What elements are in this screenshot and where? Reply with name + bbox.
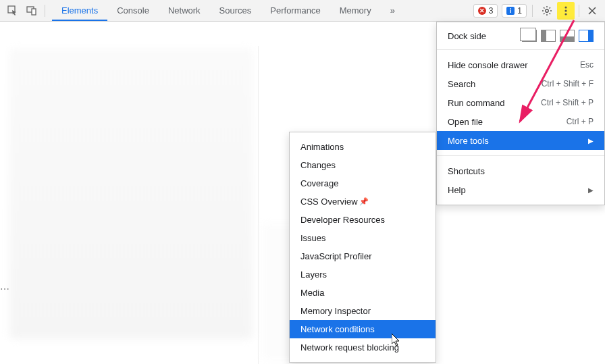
svg-point-6 <box>564 13 567 15</box>
blurred-dom-tree <box>9 49 253 339</box>
dock-undock-icon[interactable] <box>522 30 537 42</box>
info-icon: i <box>506 7 515 15</box>
chevron-right-icon: ▶ <box>588 186 594 194</box>
svg-point-3 <box>546 9 548 11</box>
tab-sources[interactable]: Sources <box>210 0 261 21</box>
main-menu: Dock side Hide console drawerEsc SearchC… <box>436 22 605 205</box>
info-count: 1 <box>517 6 522 16</box>
error-count: 3 <box>489 6 494 16</box>
tab-console[interactable]: Console <box>107 0 159 21</box>
submenu-item[interactable]: Media <box>290 284 436 302</box>
inspect-icon[interactable] <box>4 2 22 20</box>
tab-performance[interactable]: Performance <box>261 0 330 21</box>
toolbar-divider <box>45 5 45 17</box>
mouse-cursor <box>392 334 402 350</box>
kebab-menu-icon[interactable] <box>557 2 575 20</box>
dock-side-label: Dock side <box>448 31 518 41</box>
tab-overflow[interactable]: » <box>381 0 404 21</box>
svg-point-4 <box>564 6 567 8</box>
tab-elements[interactable]: Elements <box>52 0 107 21</box>
close-icon[interactable] <box>583 2 601 20</box>
submenu-item[interactable]: Coverage <box>290 174 436 192</box>
menu-help[interactable]: Help▶ <box>437 180 604 199</box>
overflow-dots-icon[interactable]: ⋯ <box>0 284 11 294</box>
svg-point-5 <box>564 9 567 11</box>
menu-shortcuts[interactable]: Shortcuts <box>437 161 604 180</box>
toolbar-divider <box>579 5 579 17</box>
devtools-toolbar: Elements Console Network Sources Perform… <box>0 0 605 22</box>
splitter[interactable] <box>258 46 259 364</box>
dock-side-row: Dock side <box>437 22 604 49</box>
dock-bottom-icon[interactable] <box>560 30 575 42</box>
error-icon: ✕ <box>478 7 486 15</box>
submenu-item[interactable]: Layers <box>290 265 436 284</box>
menu-run-command[interactable]: Run commandCtrl + Shift + P <box>437 93 604 112</box>
error-count-chip[interactable]: ✕ 3 <box>473 4 498 18</box>
dock-left-icon[interactable] <box>541 30 556 42</box>
chevron-right-icon: ▶ <box>588 137 594 145</box>
submenu-item[interactable]: JavaScript Profiler <box>290 247 436 265</box>
more-tools-submenu: AnimationsChangesCoverageCSS Overview 📌D… <box>289 132 436 363</box>
svg-rect-2 <box>32 9 36 15</box>
submenu-item[interactable]: Animations <box>290 138 436 156</box>
dock-right-icon[interactable] <box>579 30 594 42</box>
submenu-item[interactable]: Developer Resources <box>290 211 436 229</box>
submenu-item[interactable]: CSS Overview 📌 <box>290 192 436 211</box>
submenu-item[interactable]: Network conditions <box>290 320 436 338</box>
toolbar-divider <box>532 5 533 17</box>
menu-open-file[interactable]: Open fileCtrl + P <box>437 112 604 131</box>
device-toggle-icon[interactable] <box>23 2 41 20</box>
submenu-item[interactable]: Issues <box>290 229 436 247</box>
tab-memory[interactable]: Memory <box>330 0 381 21</box>
info-count-chip[interactable]: i 1 <box>502 4 527 18</box>
submenu-item[interactable]: Network request blocking <box>290 338 436 357</box>
submenu-item[interactable]: Changes <box>290 156 436 174</box>
pin-icon: 📌 <box>359 197 369 206</box>
gear-icon[interactable] <box>538 2 556 20</box>
menu-more-tools[interactable]: More tools▶ <box>437 131 604 150</box>
menu-hide-console-drawer[interactable]: Hide console drawerEsc <box>437 55 604 74</box>
tab-network[interactable]: Network <box>159 0 210 21</box>
panel-tabs: Elements Console Network Sources Perform… <box>52 0 404 21</box>
submenu-item[interactable]: Memory Inspector <box>290 302 436 320</box>
menu-search[interactable]: SearchCtrl + Shift + F <box>437 74 604 93</box>
